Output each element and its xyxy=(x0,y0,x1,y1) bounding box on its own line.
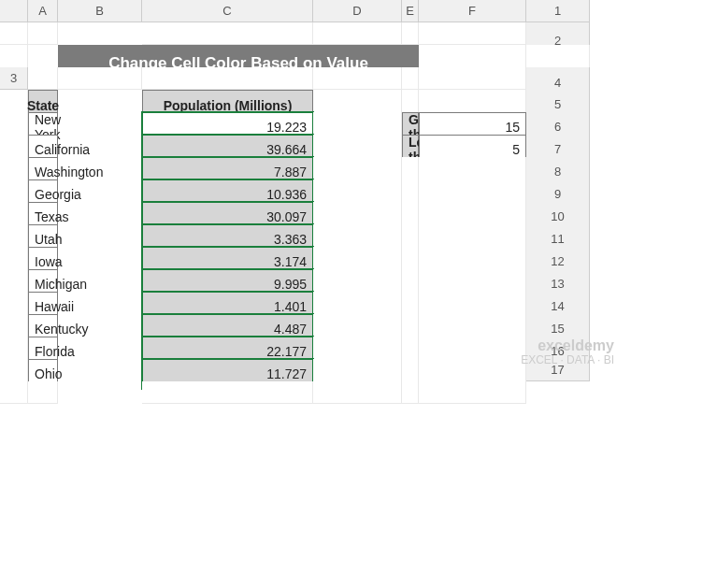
watermark: exceldemy EXCEL · DATA · BI xyxy=(521,337,614,366)
cell-B1[interactable] xyxy=(28,22,58,45)
cell-E3[interactable] xyxy=(402,67,419,90)
col-header-C[interactable]: C xyxy=(142,0,313,22)
cell-B3[interactable] xyxy=(58,67,142,90)
cell-E1[interactable] xyxy=(402,22,419,45)
cell-A3[interactable] xyxy=(28,67,58,90)
col-header-E[interactable]: E xyxy=(402,0,419,22)
cell-A17[interactable] xyxy=(0,381,28,404)
row-header-3[interactable]: 3 xyxy=(0,67,28,90)
cell-F3[interactable] xyxy=(419,67,526,90)
row-header-1[interactable]: 1 xyxy=(526,0,590,22)
cell-C17[interactable] xyxy=(142,381,313,404)
cell-C3[interactable] xyxy=(142,67,313,90)
select-all-corner[interactable] xyxy=(0,0,28,22)
watermark-tag: EXCEL · DATA · BI xyxy=(521,354,614,366)
cell-E17[interactable] xyxy=(402,381,419,404)
cell-B17[interactable] xyxy=(28,381,58,404)
col-header-F[interactable]: F xyxy=(419,0,526,22)
col-header-A[interactable]: A xyxy=(28,0,58,22)
watermark-brand: exceldemy xyxy=(521,337,614,354)
col-header-B[interactable]: B xyxy=(58,0,142,22)
col-header-D[interactable]: D xyxy=(313,0,402,22)
cell-F17[interactable] xyxy=(419,381,526,404)
cell-D1[interactable] xyxy=(313,22,402,45)
cell-A1[interactable] xyxy=(0,22,28,45)
cell-D17[interactable] xyxy=(313,381,402,404)
cell-F1[interactable] xyxy=(419,22,526,45)
cell-C1[interactable] xyxy=(142,22,313,45)
cell-D3[interactable] xyxy=(313,67,402,90)
